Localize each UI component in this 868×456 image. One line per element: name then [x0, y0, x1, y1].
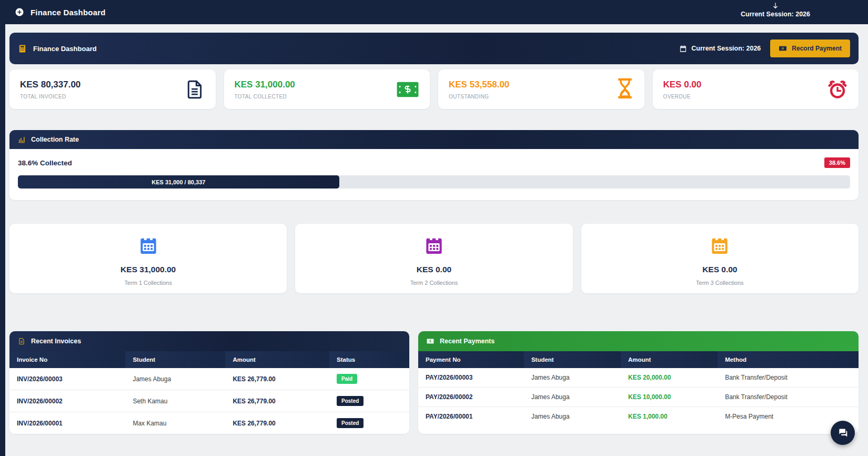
column-header: Method	[718, 351, 859, 368]
student-cell: James Abuga	[524, 407, 621, 427]
payment-no-link[interactable]: PAY/2026/00002	[418, 388, 524, 407]
chat-fab-button[interactable]	[831, 421, 855, 445]
term-3-card: KES 0.00 Term 3 Collections	[581, 224, 859, 293]
stat-label: OUTSTANDING	[449, 94, 509, 100]
amount-cell: KES 1,000.00	[621, 407, 718, 427]
stat-total-collected: KES 31,000.00 TOTAL COLLECTED	[224, 70, 430, 109]
stat-total-invoiced: KES 80,337.00 TOTAL INVOICED	[9, 70, 216, 109]
session-selector[interactable]: Current Session: 2026	[741, 2, 810, 18]
collection-headline: 38.6% Collected	[18, 159, 72, 167]
money-bill-icon	[779, 44, 787, 53]
term-2-card: KES 0.00 Term 2 Collections	[295, 224, 572, 293]
amount-cell: KES 26,779.00	[225, 368, 329, 390]
method-cell: Bank Transfer/Deposit	[718, 388, 859, 407]
navbar-session-label: Current Session: 2026	[741, 11, 810, 18]
amount-cell: KES 10,000.00	[621, 388, 718, 407]
collection-rate-title: Collection Rate	[31, 136, 79, 143]
amount-cell: KES 26,779.00	[225, 390, 329, 412]
calendar-icon	[709, 235, 730, 256]
collapsed-sidebar	[0, 0, 5, 456]
term-cards-row: KES 31,000.00 Term 1 Collections KES 0.0…	[9, 224, 859, 293]
column-header: Status	[329, 351, 409, 368]
page-title: Finance Dashboard	[33, 45, 97, 53]
stat-outstanding: KES 53,558.00 OUTSTANDING	[438, 70, 644, 109]
calendar-icon	[138, 235, 159, 256]
chat-bubbles-icon	[837, 428, 848, 438]
stat-overdue: KES 0.00 OVERDUE	[653, 70, 859, 109]
column-header: Student	[125, 351, 225, 368]
status-badge: Posted	[337, 396, 364, 406]
table-row: INV/2026/00003 James Abuga KES 26,779.00…	[9, 368, 409, 390]
method-cell: Bank Transfer/Deposit	[718, 368, 859, 388]
recent-payments-panel: Recent Payments Payment No Student Amoun…	[418, 331, 859, 434]
payments-table: Payment No Student Amount Method PAY/202…	[418, 351, 859, 426]
collection-progress-fill: KES 31,000 / 80,337	[18, 175, 339, 189]
student-cell: James Abuga	[524, 368, 621, 388]
table-row: PAY/2026/00002 James Abuga KES 10,000.00…	[418, 388, 859, 407]
app-title: Finance Dashboard	[31, 8, 106, 17]
plus-circle-icon[interactable]	[15, 7, 24, 17]
invoice-no-link[interactable]: INV/2026/00003	[9, 368, 125, 390]
collection-progress-label: KES 31,000 / 80,337	[152, 179, 205, 185]
stat-cards-row: KES 80,337.00 TOTAL INVOICED KES 31,000.…	[9, 70, 859, 109]
top-navbar: Finance Dashboard Current Session: 2026	[0, 0, 868, 24]
table-row: PAY/2026/00003 James Abuga KES 20,000.00…	[418, 368, 859, 388]
dashboard-header-card: Finance Dashboard Current Session: 2026 …	[9, 33, 859, 64]
term-1-card: KES 31,000.00 Term 1 Collections	[9, 224, 287, 293]
stat-amount: KES 0.00	[663, 80, 702, 90]
payment-no-link[interactable]: PAY/2026/00001	[418, 407, 524, 427]
recent-payments-title: Recent Payments	[440, 338, 494, 345]
header-session-label: Current Session: 2026	[691, 45, 761, 52]
invoices-table: Invoice No Student Amount Status INV/202…	[9, 351, 409, 434]
stat-amount: KES 31,000.00	[235, 80, 295, 90]
term-amount: KES 0.00	[587, 265, 853, 274]
collection-progress-bar: KES 31,000 / 80,337	[18, 175, 850, 189]
collection-rate-badge: 38.6%	[824, 157, 850, 168]
recent-invoices-panel: Recent Invoices Invoice No Student Amoun…	[9, 331, 409, 434]
term-amount: KES 31,000.00	[15, 265, 281, 274]
column-header: Amount	[225, 351, 329, 368]
payment-no-link[interactable]: PAY/2026/00003	[418, 368, 524, 388]
calendar-icon	[679, 45, 687, 53]
student-cell: Seth Kamau	[125, 390, 225, 412]
calendar-icon	[423, 235, 445, 256]
alarm-clock-icon	[827, 79, 848, 100]
column-header: Invoice No	[9, 351, 125, 368]
table-row: INV/2026/00002 Seth Kamau KES 26,779.00 …	[9, 390, 409, 412]
invoice-no-link[interactable]: INV/2026/00002	[9, 390, 125, 412]
stat-amount: KES 53,558.00	[449, 80, 509, 90]
stat-label: TOTAL COLLECTED	[235, 94, 295, 100]
record-payment-button[interactable]: Record Payment	[770, 39, 850, 57]
amount-cell: KES 20,000.00	[621, 368, 718, 388]
main-content: Finance Dashboard Current Session: 2026 …	[5, 24, 868, 456]
arrow-down-icon[interactable]	[772, 2, 779, 9]
recent-invoices-title: Recent Invoices	[31, 338, 81, 345]
term-label: Term 2 Collections	[300, 280, 567, 286]
student-cell: James Abuga	[524, 388, 621, 407]
term-label: Term 1 Collections	[15, 280, 281, 286]
student-cell: Max Kamau	[125, 412, 225, 434]
amount-cell: KES 26,779.00	[225, 412, 329, 434]
column-header: Amount	[621, 351, 718, 368]
money-bill-icon	[427, 338, 434, 345]
stat-label: OVERDUE	[663, 94, 702, 100]
stat-amount: KES 80,337.00	[20, 80, 80, 90]
file-invoice-icon	[18, 338, 25, 345]
column-header: Student	[524, 351, 621, 368]
file-invoice-icon	[184, 79, 205, 100]
hourglass-icon	[616, 78, 634, 101]
student-cell: James Abuga	[125, 368, 225, 390]
stat-label: TOTAL INVOICED	[20, 94, 80, 100]
status-badge: Posted	[337, 418, 364, 428]
calculator-icon	[18, 44, 27, 53]
table-row: PAY/2026/00001 James Abuga KES 1,000.00 …	[418, 407, 859, 427]
column-header: Payment No	[418, 351, 524, 368]
bar-chart-icon	[18, 136, 25, 143]
status-badge: Paid	[337, 374, 357, 384]
collection-rate-panel: Collection Rate 38.6% Collected 38.6% KE…	[9, 130, 859, 200]
money-bill-icon	[396, 81, 419, 98]
term-amount: KES 0.00	[300, 265, 567, 274]
term-label: Term 3 Collections	[587, 280, 853, 286]
invoice-no-link[interactable]: INV/2026/00001	[9, 412, 125, 434]
table-row: INV/2026/00001 Max Kamau KES 26,779.00 P…	[9, 412, 409, 434]
